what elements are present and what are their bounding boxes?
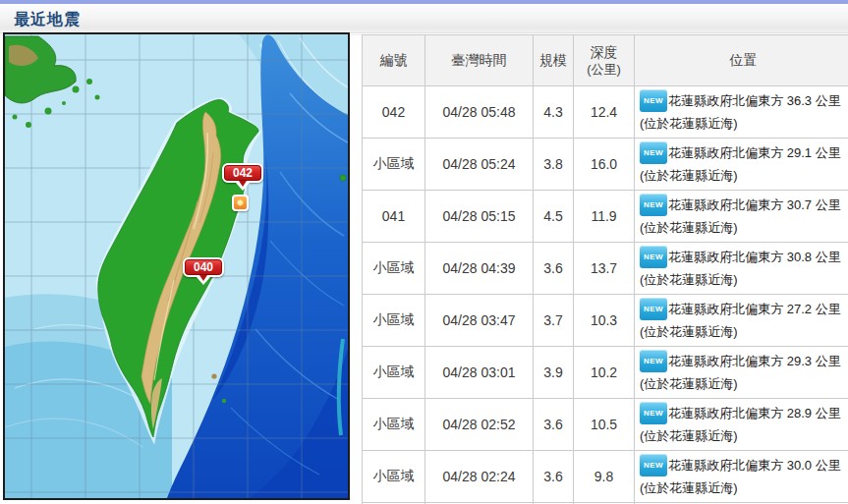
quake-magnitude-cell: 3.8: [534, 139, 574, 191]
location-line2: (位於花蓮縣近海): [640, 376, 738, 391]
location-line2: (位於花蓮縣近海): [640, 428, 738, 443]
earthquake-table: 編號 臺灣時間 規模 深度 (公里) 位置 042 04/28 05:48 4.…: [362, 34, 848, 504]
green-island: [211, 373, 216, 378]
quake-table-body: 042 04/28 05:48 4.3 12.4 NEW花蓮縣政府北偏東方 36…: [363, 86, 848, 504]
earthquake-row[interactable]: 小區域 04/28 02:24 3.6 9.8 NEW花蓮縣政府北偏東方 30.…: [363, 451, 848, 503]
quake-location-cell: NEW花蓮縣政府北偏東方 36.3 公里 (位於花蓮縣近海): [635, 86, 848, 139]
column-header: 位置: [635, 35, 848, 86]
quake-number-cell: 小區域: [363, 451, 425, 503]
new-badge: NEW: [640, 89, 667, 112]
location-line1: 花蓮縣政府北偏東方 30.0 公里: [668, 458, 841, 473]
quake-number-cell: 小區域: [363, 399, 425, 451]
new-badge: NEW: [640, 194, 667, 216]
quake-magnitude-cell: 4.5: [534, 191, 574, 243]
earthquake-row[interactable]: 小區域 04/28 05:24 3.8 16.0 NEW花蓮縣政府北偏東方 29…: [363, 139, 848, 191]
column-header-label: 規模: [535, 52, 572, 69]
recent-earthquakes-page: 最近地震: [0, 0, 848, 504]
quake-time-cell: 04/28 05:24: [425, 139, 534, 191]
quake-depth-cell: 10.3: [574, 295, 635, 347]
quake-depth-cell: 13.7: [574, 243, 635, 295]
quake-location-cell: NEW花蓮縣政府北偏東方 28.9 公里 (位於花蓮縣近海): [635, 399, 848, 451]
orchid-island: [222, 399, 226, 403]
quake-depth-cell: 10.5: [574, 399, 635, 451]
location-line1: 花蓮縣政府北偏東方 36.3 公里: [668, 93, 841, 108]
column-header: 編號: [363, 35, 425, 86]
quake-time-cell: 04/28 03:01: [425, 347, 534, 399]
guishan-island: [340, 175, 346, 181]
quake-time-cell: 04/28 05:48: [425, 86, 534, 139]
column-header-label: 臺灣時間: [426, 52, 532, 69]
column-header: 臺灣時間: [425, 35, 534, 86]
location-line2: (位於花蓮縣近海): [640, 324, 738, 339]
new-badge: NEW: [640, 402, 667, 424]
new-badge: NEW: [640, 246, 667, 268]
header-accent-bar: [0, 0, 848, 4]
column-header-label: 位置: [636, 52, 848, 69]
page-title: 最近地震: [0, 0, 848, 30]
quake-time-cell: 04/28 04:39: [425, 243, 534, 295]
earthquake-table-header: 編號 臺灣時間 規模 深度 (公里) 位置: [363, 35, 848, 86]
quake-number-cell: 小區域: [363, 139, 425, 191]
quake-depth-cell: 11.9: [574, 191, 635, 243]
taiwan-map[interactable]: 042 ✸ 040: [3, 32, 350, 500]
location-line1: 花蓮縣政府北偏東方 28.9 公里: [668, 406, 841, 420]
quake-location-cell: NEW花蓮縣政府北偏東方 29.1 公里 (位於花蓮縣近海): [635, 139, 848, 191]
location-line2: (位於花蓮縣近海): [640, 116, 738, 131]
quake-number-cell: 小區域: [363, 243, 425, 295]
quake-magnitude-cell: 3.9: [534, 347, 574, 399]
new-badge: NEW: [640, 350, 667, 372]
new-badge: NEW: [640, 141, 667, 164]
quake-time-cell: 04/28 05:15: [425, 191, 534, 243]
earthquake-row[interactable]: 小區域 04/28 03:47 3.7 10.3 NEW花蓮縣政府北偏東方 27…: [363, 295, 848, 347]
column-header-label: 編號: [364, 52, 424, 69]
location-line1: 花蓮縣政府北偏東方 29.1 公里: [668, 145, 841, 160]
quake-magnitude-cell: 3.6: [534, 399, 574, 451]
quake-time-cell: 04/28 02:52: [425, 399, 534, 451]
quake-location-cell: NEW花蓮縣政府北偏東方 30.7 公里 (位於花蓮縣近海): [635, 191, 848, 243]
earthquake-row[interactable]: 041 04/28 05:15 4.5 11.9 NEW花蓮縣政府北偏東方 30…: [363, 191, 848, 243]
new-badge: NEW: [640, 454, 667, 476]
quake-location-cell: NEW花蓮縣政府北偏東方 30.8 公里 (位於花蓮縣近海): [635, 243, 848, 295]
map-marker-040-label: 040: [194, 260, 213, 274]
location-line1: 花蓮縣政府北偏東方 27.2 公里: [668, 302, 841, 316]
column-header: 規模: [534, 35, 574, 86]
location-line2: (位於花蓮縣近海): [640, 272, 738, 287]
quake-time-cell: 04/28 03:47: [425, 295, 534, 347]
earthquake-row[interactable]: 小區域 04/28 04:39 3.6 13.7 NEW花蓮縣政府北偏東方 30…: [363, 243, 848, 295]
quake-magnitude-cell: 3.7: [534, 295, 574, 347]
quake-depth-cell: 16.0: [574, 139, 635, 191]
map-marker-042-label: 042: [233, 166, 253, 180]
quake-number-cell: 042: [363, 86, 425, 139]
quake-magnitude-cell: 3.6: [534, 451, 574, 503]
quake-location-cell: NEW花蓮縣政府北偏東方 30.0 公里 (位於花蓮縣近海): [635, 451, 848, 503]
quake-depth-cell: 10.2: [574, 347, 635, 399]
quake-depth-cell: 9.8: [574, 451, 635, 503]
quake-location-cell: NEW花蓮縣政府北偏東方 27.2 公里 (位於花蓮縣近海): [635, 295, 848, 347]
section-header: 最近地震: [0, 0, 848, 33]
quake-depth-cell: 12.4: [574, 86, 635, 139]
quake-magnitude-cell: 4.3: [534, 86, 574, 139]
location-line1: 花蓮縣政府北偏東方 30.7 公里: [668, 197, 841, 212]
location-line1: 花蓮縣政府北偏東方 30.8 公里: [668, 250, 841, 264]
location-line2: (位於花蓮縣近海): [640, 220, 738, 235]
quake-number-cell: 041: [363, 191, 425, 243]
earthquake-row[interactable]: 042 04/28 05:48 4.3 12.4 NEW花蓮縣政府北偏東方 36…: [363, 86, 848, 139]
map-marker-042[interactable]: 042: [222, 163, 263, 183]
column-header-label: 深度: [575, 44, 633, 61]
earthquake-row[interactable]: 小區域 04/28 03:01 3.9 10.2 NEW花蓮縣政府北偏東方 29…: [363, 347, 848, 399]
quake-time-cell: 04/28 02:24: [425, 451, 534, 503]
quake-location-cell: NEW花蓮縣政府北偏東方 29.3 公里 (位於花蓮縣近海): [635, 347, 848, 399]
location-line2: (位於花蓮縣近海): [640, 168, 738, 183]
quake-number-cell: 小區域: [363, 295, 425, 347]
epicenter-burst-icon: ✸: [236, 197, 244, 208]
earthquake-row[interactable]: 小區域 04/28 02:52 3.6 10.5 NEW花蓮縣政府北偏東方 28…: [363, 399, 848, 451]
map-marker-epicenter[interactable]: ✸: [232, 195, 249, 211]
column-header: 深度 (公里): [574, 35, 635, 86]
location-line1: 花蓮縣政府北偏東方 29.3 公里: [668, 354, 841, 368]
map-marker-040[interactable]: 040: [183, 257, 224, 277]
quake-number-cell: 小區域: [363, 347, 425, 399]
header-row: 編號 臺灣時間 規模 深度 (公里) 位置: [363, 35, 848, 86]
new-badge: NEW: [640, 298, 667, 320]
location-line2: (位於花蓮縣近海): [640, 480, 738, 495]
relief-map-image: [5, 34, 348, 498]
